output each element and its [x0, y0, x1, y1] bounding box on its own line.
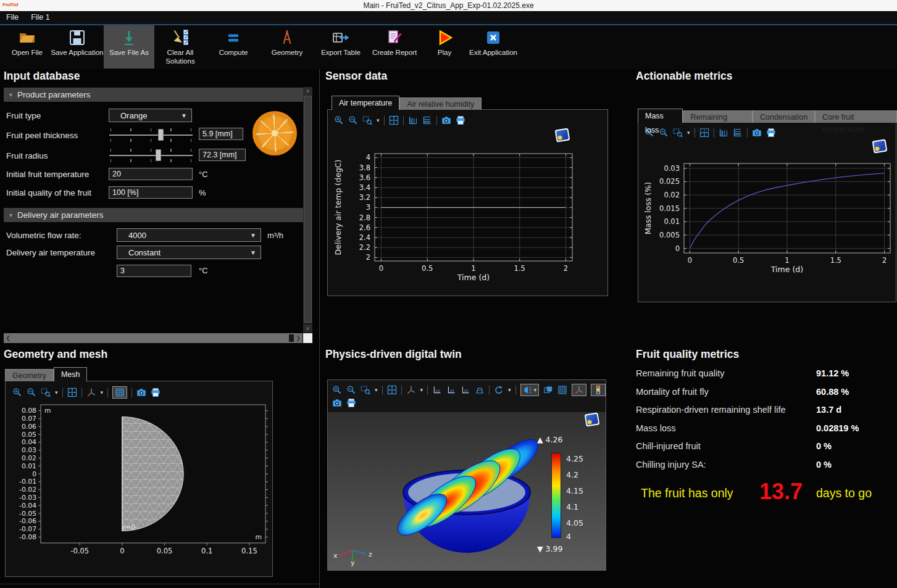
print-icon[interactable] — [766, 128, 776, 138]
view-yz-icon[interactable]: yz — [446, 385, 456, 395]
fruit-radius-value[interactable]: 72.3 [mm] — [199, 149, 246, 161]
menu-file[interactable]: File — [0, 11, 25, 24]
fruit-type-dropdown[interactable]: Orange ▼ — [109, 109, 192, 122]
export-table-button[interactable]: Export Table — [314, 25, 368, 68]
scroll-right-icon[interactable]: ❯ — [294, 335, 302, 341]
x-log-scale-icon[interactable] — [719, 128, 728, 138]
caret-down-icon[interactable]: ▾ — [375, 385, 378, 395]
scrollbar-thumb[interactable] — [289, 334, 294, 342]
zoom-out-icon[interactable] — [659, 128, 669, 138]
image-snapshot-icon[interactable] — [332, 398, 342, 408]
tab-remaining-quality[interactable]: Remaining quality — [683, 110, 752, 123]
caret-down-icon[interactable]: ▾ — [101, 387, 104, 397]
scrollbar-thumb[interactable] — [304, 96, 312, 323]
scene-light-toggle[interactable]: ▾ — [520, 384, 540, 396]
zoom-out-icon[interactable] — [27, 387, 36, 397]
save-application-button[interactable]: Save Application — [51, 25, 104, 68]
zoom-out-icon[interactable] — [348, 115, 358, 125]
perspective-view-icon[interactable] — [475, 385, 485, 395]
horizontal-scrollbar[interactable]: ❮ ❯ — [4, 333, 302, 343]
panel-divider[interactable] — [319, 69, 320, 588]
caret-down-icon[interactable]: ▾ — [420, 385, 423, 395]
axis-orientation-icon[interactable] — [406, 385, 416, 395]
sensor-chart[interactable]: 00.511.5243.83.63.43.232.82.62.42.22Time… — [330, 127, 606, 292]
print-icon[interactable] — [456, 115, 465, 125]
tab-mass-loss[interactable]: Mass loss — [638, 109, 683, 123]
initial-temp-input[interactable] — [109, 168, 193, 180]
slider-track[interactable] — [109, 135, 193, 136]
zoom-box-icon[interactable] — [673, 128, 683, 138]
delivery-temp-setpoint-input[interactable] — [117, 265, 191, 277]
grid-icon[interactable] — [557, 385, 567, 395]
rotate-view-icon[interactable] — [494, 385, 504, 395]
transparency-icon[interactable] — [543, 385, 553, 395]
y-log-scale-icon[interactable] — [422, 115, 432, 125]
slider-handle[interactable] — [156, 149, 161, 161]
zoom-out-icon[interactable] — [346, 385, 356, 395]
zoom-box-icon[interactable] — [361, 385, 370, 395]
svg-text:yz: yz — [449, 388, 454, 393]
menu-file-1[interactable]: File 1 — [25, 11, 56, 24]
digital-twin-3d-view[interactable]: xzy — [328, 412, 606, 570]
scroll-left-icon[interactable]: ❮ — [4, 335, 12, 341]
image-snapshot-icon[interactable] — [441, 115, 451, 125]
x-log-scale-icon[interactable] — [408, 115, 418, 125]
axes-icon — [574, 385, 584, 395]
zoom-box-icon[interactable] — [41, 387, 51, 397]
tab-mesh[interactable]: Mesh — [54, 367, 88, 381]
caret-down-icon[interactable]: ▾ — [687, 128, 690, 138]
exit-application-button[interactable]: Exit Application — [468, 25, 519, 68]
zoom-box-icon[interactable] — [362, 115, 372, 125]
zoom-in-icon[interactable] — [334, 115, 344, 125]
slider-track[interactable] — [109, 155, 193, 156]
zoom-extents-icon[interactable] — [389, 115, 399, 125]
show-axes-toggle[interactable] — [572, 384, 586, 396]
y-log-scale-icon[interactable] — [733, 128, 743, 138]
mesh-plot[interactable]: 0.080.070.060.050.040.030.020.010-0.01-0… — [6, 400, 270, 561]
tab-geometry[interactable]: Geometry — [5, 369, 54, 381]
zoom-extents-icon[interactable] — [67, 387, 77, 397]
tab-air-relative-humidity[interactable]: Air relative humidity — [399, 97, 482, 110]
scroll-down-icon[interactable]: ∨ — [303, 325, 312, 333]
image-snapshot-icon[interactable] — [752, 128, 762, 138]
axis-orientation-icon[interactable] — [86, 387, 96, 397]
save-file-as-button[interactable]: Save File As — [104, 25, 154, 68]
flow-rate-dropdown[interactable]: 4000 ▼ — [117, 228, 261, 242]
image-snapshot-icon[interactable] — [136, 387, 146, 397]
caret-down-icon[interactable]: ▾ — [534, 385, 537, 395]
caret-down-icon[interactable]: ▾ — [508, 385, 511, 395]
delivery-air-temp-dropdown[interactable]: Constant ▼ — [117, 246, 261, 259]
print-icon[interactable] — [151, 387, 161, 397]
initial-temp-label: Initial fruit temperature — [6, 170, 89, 179]
mass-loss-chart[interactable]: 00.511.520.030.0250.020.0150.010.0050Tim… — [640, 141, 895, 295]
show-colorbar-toggle[interactable] — [591, 384, 606, 396]
print-icon[interactable] — [346, 398, 356, 408]
scroll-up-icon[interactable]: ∧ — [303, 87, 312, 95]
tab-condensation[interactable]: Condensation — [753, 110, 815, 123]
play-button[interactable]: Play — [421, 25, 468, 68]
peel-thickness-slider[interactable] — [109, 127, 193, 143]
caret-down-icon[interactable]: ▾ — [377, 115, 380, 125]
zoom-extents-icon[interactable] — [387, 385, 397, 395]
flow-rate-label: Volumetric flow rate: — [6, 231, 81, 240]
fruit-radius-slider[interactable] — [109, 147, 193, 164]
tab-core-fruit-temperature[interactable]: Core fruit temperature — [815, 110, 897, 123]
open-file-button[interactable]: Open File — [4, 25, 51, 68]
geometry-button[interactable]: Geometry — [261, 25, 314, 68]
clear-all-solutions-button[interactable]: Clear All Solutions — [154, 25, 206, 68]
slider-handle[interactable] — [158, 129, 164, 141]
zoom-in-icon[interactable] — [12, 387, 22, 397]
show-grid-toggle[interactable] — [112, 386, 127, 399]
vertical-scrollbar[interactable]: ∧ ∨ — [303, 87, 312, 333]
caret-down-icon[interactable]: ▾ — [55, 387, 58, 397]
tab-air-temperature[interactable]: Air temperature — [332, 96, 399, 110]
compute-button[interactable]: Compute — [206, 25, 261, 68]
view-xz-icon[interactable]: xz — [461, 385, 470, 395]
initial-quality-input[interactable] — [109, 186, 193, 199]
zoom-in-icon[interactable] — [332, 385, 342, 395]
product-parameters-header[interactable]: ▾ Product parameters — [4, 88, 303, 102]
delivery-air-parameters-header[interactable]: ▾ Delivery air parameters — [4, 208, 303, 222]
create-report-button[interactable]: Create Report — [368, 25, 421, 68]
view-xy-icon[interactable]: xy — [432, 385, 442, 395]
peel-thickness-value[interactable]: 5.9 [mm] — [199, 128, 243, 140]
